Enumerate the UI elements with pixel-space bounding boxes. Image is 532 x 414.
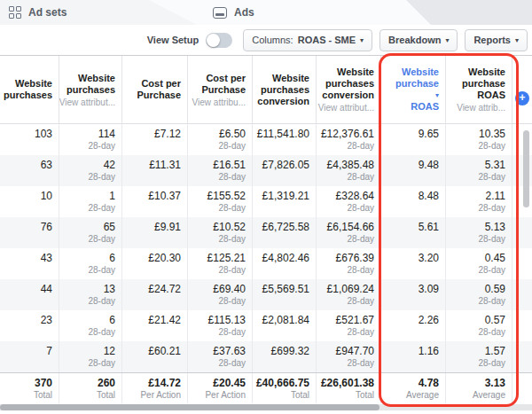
tab-ads-label[interactable]: Ads bbox=[234, 6, 254, 19]
columns-prefix: Columns: bbox=[252, 35, 293, 45]
column-header[interactable]: Website purchases conversion bbox=[253, 56, 317, 123]
cell-value: £10.52 bbox=[213, 221, 246, 233]
table-cell: £6,154.6628-day bbox=[317, 217, 381, 248]
view-attribution-label[interactable]: View attribu... bbox=[192, 98, 246, 107]
table-cell: £37.6328-day bbox=[188, 341, 253, 372]
column-header[interactable]: Website purchase ROASView attrib... bbox=[446, 56, 512, 123]
cell-sublabel: 28-day bbox=[218, 327, 246, 338]
table-row[interactable]: 23628-day£21.42£115.1328-day£2,081.84£52… bbox=[0, 310, 532, 341]
cell-value: £6,154.66 bbox=[327, 221, 374, 233]
table-header-row: Website purchasesWebsite purchasesView a… bbox=[0, 55, 532, 124]
cell-sublabel: 28-day bbox=[478, 327, 505, 338]
cell-value: 44 bbox=[41, 283, 52, 295]
table-cell: £1,319.21 bbox=[253, 186, 317, 217]
cell-value: £125.21 bbox=[207, 252, 246, 264]
cell-sublabel: 28-day bbox=[88, 234, 115, 245]
column-header-title: Cost per Purchase bbox=[190, 73, 246, 96]
table-row[interactable]: 10128-day£10.37£155.5228-day£1,319.21£32… bbox=[0, 186, 532, 217]
view-attribution-label[interactable]: View attribut... bbox=[59, 98, 115, 107]
cell-sublabel: 28-day bbox=[88, 327, 115, 338]
table-row[interactable]: 766528-day£9.91£10.5228-day£6,725.58£6,1… bbox=[0, 217, 532, 248]
cell-value: £4,385.48 bbox=[327, 159, 374, 171]
tab-ads[interactable]: Ads bbox=[213, 0, 254, 25]
table-row[interactable]: 634228-day£11.31£16.5128-day£7,826.05£4,… bbox=[0, 155, 532, 186]
table-cell: 1228-day bbox=[59, 341, 122, 372]
totals-sublabel: Average bbox=[406, 390, 439, 401]
view-attribution-label[interactable]: View attribut... bbox=[318, 103, 374, 113]
table-cell: £521.6728-day bbox=[317, 310, 381, 341]
cell-value: £6,725.58 bbox=[262, 221, 309, 233]
cell-value: £16.51 bbox=[213, 159, 246, 171]
cell-sublabel: 28-day bbox=[347, 141, 374, 152]
cell-value: 5.61 bbox=[419, 221, 439, 233]
table-row[interactable]: 71228-day£60.21£37.6328-day£699.32£947.7… bbox=[0, 341, 532, 372]
table-cell: 63 bbox=[0, 155, 59, 186]
cell-value: 76 bbox=[41, 221, 52, 233]
add-column-button[interactable]: + bbox=[515, 91, 529, 105]
cell-value: 103 bbox=[35, 128, 52, 140]
table-row[interactable]: 441328-day£24.72£69.4028-day£5,569.51£1,… bbox=[0, 279, 532, 310]
cell-value: 10 bbox=[41, 190, 52, 202]
cell-value: 65 bbox=[104, 221, 115, 233]
column-header[interactable]: Cost per Purchase bbox=[122, 56, 188, 123]
cell-value: 6 bbox=[109, 314, 115, 326]
table-row[interactable]: 43628-day£20.30£125.2128-day£4,802.46£67… bbox=[0, 248, 532, 279]
horizontal-scrollbar-thumb[interactable] bbox=[0, 404, 379, 410]
vertical-scrollbar-thumb[interactable] bbox=[523, 130, 529, 207]
table-cell: £947.7028-day bbox=[317, 341, 381, 372]
column-header[interactable]: Cost per PurchaseView attribu... bbox=[188, 56, 253, 123]
ads-manager-screen: Ad sets Ads View Setup Columns: ROAS - S… bbox=[0, 0, 532, 414]
table-row[interactable]: 10311428-day£7.12£6.5028-day£11,541.80£1… bbox=[0, 124, 532, 155]
breakdown-label: Breakdown bbox=[388, 35, 441, 45]
cell-sublabel: 28-day bbox=[347, 172, 374, 183]
tab-ad-sets[interactable]: Ad sets bbox=[9, 0, 66, 25]
table-cell: £328.6428-day bbox=[317, 186, 381, 217]
table-cell: £11,541.80 bbox=[253, 124, 317, 155]
cell-sublabel: 28-day bbox=[88, 172, 115, 183]
cell-value: £21.42 bbox=[148, 314, 181, 326]
table-cell: £24.72 bbox=[122, 279, 188, 310]
view-setup-toggle[interactable] bbox=[206, 33, 232, 48]
table-cell-spacer bbox=[512, 217, 532, 248]
table-cell: £115.1328-day bbox=[188, 310, 253, 341]
table-cell: 103 bbox=[0, 124, 59, 155]
column-header[interactable]: Website purchases conversionView attribu… bbox=[317, 56, 381, 123]
table-cell: £7,826.05 bbox=[253, 155, 317, 186]
breakdown-dropdown-button[interactable]: Breakdown ▾ bbox=[379, 29, 458, 51]
totals-sublabel: Total bbox=[356, 390, 374, 401]
cell-sublabel: 28-day bbox=[478, 141, 505, 152]
table-cell: £16.5128-day bbox=[188, 155, 253, 186]
cell-value: 3.20 bbox=[419, 252, 439, 264]
cell-value: £9.91 bbox=[154, 221, 181, 233]
view-attribution-label[interactable]: View attrib... bbox=[457, 103, 505, 113]
cell-value: £947.70 bbox=[336, 345, 374, 357]
cell-sublabel: 28-day bbox=[218, 296, 246, 307]
table-cell: £125.2128-day bbox=[188, 248, 253, 279]
cell-value: 9.65 bbox=[419, 128, 439, 140]
cell-sublabel: 28-day bbox=[218, 172, 246, 183]
column-header[interactable]: Website purchase▾ ROAS bbox=[381, 56, 446, 123]
totals-cell: £14.72Per Action bbox=[122, 373, 188, 403]
column-header[interactable]: Website purchases bbox=[0, 56, 59, 123]
cell-sublabel: 28-day bbox=[347, 327, 374, 338]
table-cell-spacer bbox=[512, 341, 532, 372]
cell-value: £1,069.24 bbox=[327, 283, 374, 295]
cell-sublabel: 28-day bbox=[88, 141, 115, 152]
cell-sublabel: 28-day bbox=[478, 358, 505, 369]
table-cell: £4,385.4828-day bbox=[317, 155, 381, 186]
column-header[interactable]: Website purchasesView attribut... bbox=[59, 56, 122, 123]
sort-caret-icon: ▾ bbox=[385, 90, 439, 101]
cell-value: 6 bbox=[109, 252, 115, 264]
toolbar: View Setup Columns: ROAS - SME ▾ Breakdo… bbox=[0, 25, 532, 55]
cell-value: £10.37 bbox=[148, 190, 181, 202]
cell-sublabel: 28-day bbox=[478, 203, 505, 214]
table-cell: 0.5928-day bbox=[446, 279, 512, 310]
horizontal-scrollbar[interactable] bbox=[0, 404, 532, 410]
cell-value: 63 bbox=[41, 159, 52, 171]
table-cell: £699.32 bbox=[253, 341, 317, 372]
tab-ad-sets-label[interactable]: Ad sets bbox=[28, 6, 66, 19]
reports-dropdown-button[interactable]: Reports ▾ bbox=[465, 29, 528, 51]
table-cell: 9.48 bbox=[381, 155, 446, 186]
cell-value: 3.09 bbox=[419, 283, 439, 295]
columns-dropdown-button[interactable]: Columns: ROAS - SME ▾ bbox=[243, 29, 372, 51]
